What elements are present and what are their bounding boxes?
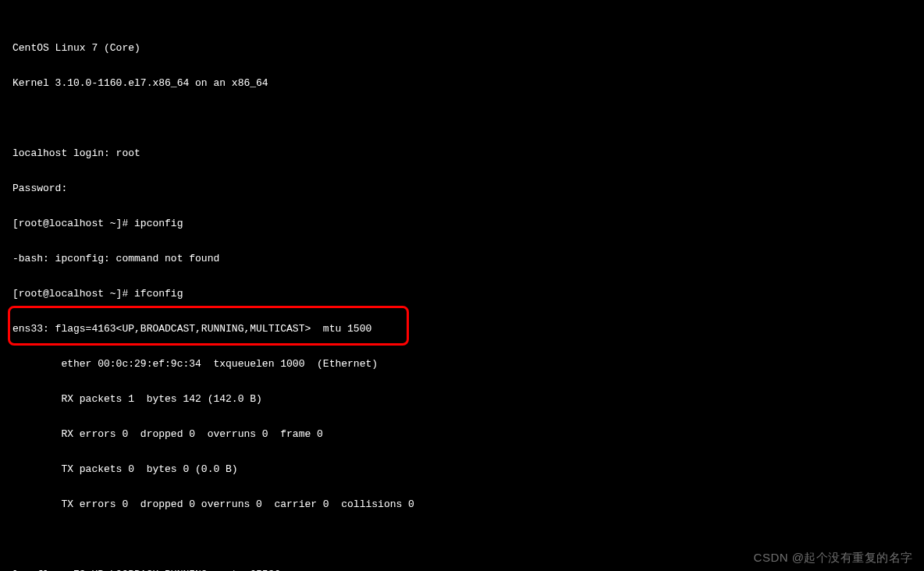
terminal-line: localhost login: root (12, 147, 912, 159)
terminal-line: RX errors 0 dropped 0 overruns 0 frame 0 (12, 428, 912, 440)
terminal-line: TX packets 0 bytes 0 (0.0 B) (12, 463, 912, 475)
terminal-screen[interactable]: CentOS Linux 7 (Core) Kernel 3.10.0-1160… (0, 0, 924, 571)
watermark-text: CSDN @起个没有重复的名字 (754, 551, 913, 563)
terminal-line: [root@localhost ~]# ifconfig (12, 288, 912, 300)
terminal-line: ens33: flags=4163<UP,BROADCAST,RUNNING,M… (12, 323, 912, 335)
terminal-line: -bash: ipconfig: command not found (12, 253, 912, 264)
terminal-line: ether 00:0c:29:ef:9c:34 txqueuelen 1000 … (12, 358, 912, 370)
terminal-line: Password: (12, 183, 912, 194)
terminal-line: Kernel 3.10.0-1160.el7.x86_64 on an x86_… (12, 77, 912, 89)
terminal-line (12, 534, 912, 545)
terminal-line: [root@localhost ~]# ipconfig (12, 218, 912, 229)
terminal-line: CentOS Linux 7 (Core) (12, 42, 912, 54)
terminal-line: RX packets 1 bytes 142 (142.0 B) (12, 393, 912, 405)
terminal-line (12, 112, 912, 124)
terminal-line: TX errors 0 dropped 0 overruns 0 carrier… (12, 498, 912, 510)
